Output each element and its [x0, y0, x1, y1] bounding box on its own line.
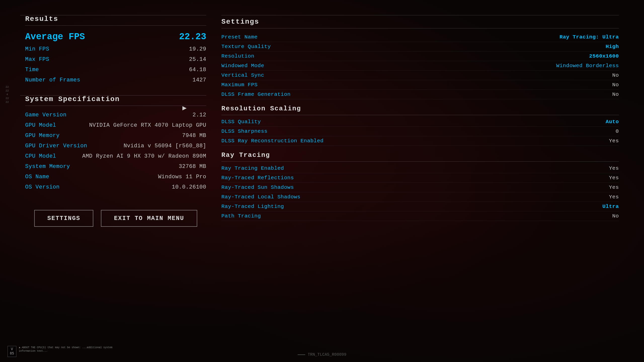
system-row: GPU Driver Version Nvidia v 56094 [r560_… [25, 141, 206, 151]
system-row: OS Name Windows 11 Pro [25, 172, 206, 182]
avg-fps-value: 22.23 [179, 32, 206, 42]
settings-row: Texture Quality High [221, 42, 619, 52]
settings-row-value: High [606, 44, 619, 50]
ray-tracing-row-label: Ray Tracing Enabled [221, 165, 284, 171]
system-label: GPU Driver Version [25, 143, 87, 149]
ray-tracing-row-label: Ray-Traced Lighting [221, 204, 284, 209]
settings-row-value: No [612, 82, 619, 88]
system-label: Game Version [25, 112, 66, 118]
resolution-row-value: 0 [616, 128, 619, 134]
result-label: Number of Frames [25, 77, 80, 83]
result-value: 64.18 [189, 67, 206, 73]
result-row: Number of Frames 1427 [25, 75, 206, 85]
ray-tracing-row-value: Yes [609, 165, 619, 171]
settings-row: Windowed Mode Windowed Borderless [221, 61, 619, 71]
version-text: ▲ ABOUT THE CPU(S) that may not be shown… [19, 346, 119, 353]
left-timeline: 22 22 4 22 22 [6, 85, 9, 104]
ray-tracing-row-value: Yes [609, 175, 619, 181]
ray-tracing-row-value: No [612, 213, 619, 219]
settings-row: Maximum FPS No [221, 80, 619, 90]
system-label: CPU Model [25, 153, 56, 159]
system-row: Game Version 2.12 [25, 110, 206, 120]
ray-tracing-row: Ray-Traced Sun Shadows Yes [221, 183, 619, 192]
system-value: Nvidia v 56094 [r560_88] [124, 143, 206, 149]
settings-rows: Preset Name Ray Tracing: Ultra Texture Q… [221, 32, 619, 99]
settings-row-label: Texture Quality [221, 44, 271, 50]
cursor-hint: ▶ [182, 104, 187, 112]
system-row: OS Version 10.0.26100 [25, 182, 206, 192]
ray-tracing-row-value: Ultra [602, 204, 619, 209]
ray-tracing-title: Ray Tracing [221, 148, 619, 162]
resolution-row-value: Auto [606, 119, 619, 125]
footer-code: TRN_TLCA5_R00099 [298, 352, 346, 357]
footer-code-text: TRN_TLCA5_R00099 [308, 352, 346, 357]
result-value: 19.29 [189, 46, 206, 52]
system-label: OS Name [25, 174, 49, 180]
ray-tracing-row-value: Yes [609, 185, 619, 190]
resolution-row: DLSS Sharpness 0 [221, 127, 619, 136]
system-value: NVIDIA GeForce RTX 4070 Laptop GPU [89, 122, 206, 128]
settings-row-label: Resolution [221, 53, 254, 59]
ray-tracing-row: Ray Tracing Enabled Yes [221, 164, 619, 173]
exit-button[interactable]: Exit to Main Menu [101, 210, 197, 227]
version-num: 85 [10, 351, 14, 356]
system-row: GPU Model NVIDIA GeForce RTX 4070 Laptop… [25, 120, 206, 130]
result-value: 25.14 [189, 56, 206, 63]
results-rows: Min FPS 19.29 Max FPS 25.14 Time 64.18 N… [25, 44, 206, 85]
system-value: Windows 11 Pro [158, 174, 206, 180]
system-row: GPU Memory 7948 MB [25, 130, 206, 141]
system-label: System Memory [25, 163, 70, 170]
system-value: 32768 MB [179, 163, 206, 170]
settings-button[interactable]: Settings [34, 210, 93, 227]
system-value: AMD Ryzen AI 9 HX 370 w/ Radeon 890M [82, 153, 206, 159]
settings-row-label: Windowed Mode [221, 63, 264, 69]
settings-row-label: Preset Name [221, 34, 258, 40]
result-row: Min FPS 19.29 [25, 44, 206, 54]
avg-fps-label: Average FPS [25, 32, 85, 42]
ray-tracing-row-label: Path Tracing [221, 213, 261, 219]
system-value: 10.0.26100 [172, 184, 206, 190]
system-value: 7948 MB [182, 132, 206, 139]
resolution-row: DLSS Ray Reconstruction Enabled Yes [221, 136, 619, 146]
settings-section: Settings Preset Name Ray Tracing: Ultra … [221, 15, 619, 99]
result-label: Min FPS [25, 46, 49, 52]
ray-tracing-row: Path Tracing No [221, 211, 619, 221]
ray-tracing-row: Ray-Traced Local Shadows Yes [221, 192, 619, 202]
result-value: 1427 [192, 77, 206, 83]
settings-row: Vertical Sync No [221, 71, 619, 80]
resolution-row-value: Yes [609, 138, 619, 144]
ray-tracing-row-value: Yes [609, 194, 619, 200]
system-row: System Memory 32768 MB [25, 161, 206, 172]
system-rows: Game Version 2.12 GPU Model NVIDIA GeFor… [25, 110, 206, 192]
settings-row: DLSS Frame Generation No [221, 90, 619, 99]
settings-row-label: Maximum FPS [221, 82, 258, 88]
system-section: System Specification Game Version 2.12 G… [25, 95, 206, 192]
resolution-rows: DLSS Quality Auto DLSS Sharpness 0 DLSS … [221, 117, 619, 146]
settings-row-label: Vertical Sync [221, 72, 264, 78]
result-row: Time 64.18 [25, 65, 206, 75]
system-row: CPU Model AMD Ryzen AI 9 HX 370 w/ Radeo… [25, 151, 206, 161]
ray-tracing-row: Ray-Traced Lighting Ultra [221, 202, 619, 211]
settings-row-value: 2560x1600 [589, 53, 619, 59]
settings-title: Settings [221, 15, 619, 28]
settings-row-label: DLSS Frame Generation [221, 92, 291, 97]
settings-row: Resolution 2560x1600 [221, 52, 619, 61]
ray-tracing-row-label: Ray-Traced Sun Shadows [221, 185, 294, 190]
result-row: Max FPS 25.14 [25, 54, 206, 65]
system-label: GPU Memory [25, 132, 60, 139]
settings-row-value: No [612, 92, 619, 97]
ray-tracing-row: Ray-Traced Reflections Yes [221, 173, 619, 183]
version-badge: V 85 [8, 346, 16, 357]
system-value: 2.12 [192, 112, 206, 118]
result-label: Time [25, 67, 39, 73]
ray-tracing-row-label: Ray-Traced Local Shadows [221, 194, 300, 200]
settings-row-value: Ray Tracing: Ultra [559, 34, 619, 40]
result-label: Max FPS [25, 56, 49, 63]
resolution-scaling-title: Resolution Scaling [221, 101, 619, 115]
results-section: Results Average FPS 22.23 Min FPS 19.29 … [25, 15, 206, 85]
resolution-row-label: DLSS Sharpness [221, 128, 267, 134]
resolution-row: DLSS Quality Auto [221, 117, 619, 127]
resolution-scaling-section: Resolution Scaling DLSS Quality Auto DLS… [221, 99, 619, 146]
bottom-bar: V 85 ▲ ABOUT THE CPU(S) that may not be … [8, 346, 119, 357]
ray-tracing-section: Ray Tracing Ray Tracing Enabled Yes Ray-… [221, 146, 619, 221]
